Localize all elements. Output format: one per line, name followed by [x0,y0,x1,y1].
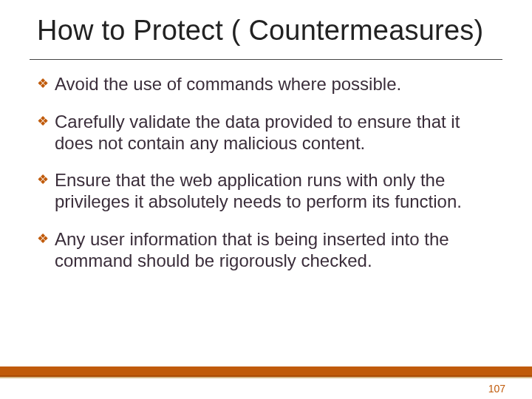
page-number: 107 [488,383,505,395]
diamond-bullet-icon: ❖ [37,77,50,90]
footer-underline [0,377,532,378]
bullet-text: Ensure that the web application runs wit… [55,170,462,211]
list-item: ❖ Avoid the use of commands where possib… [37,74,495,95]
bullet-text: Carefully validate the data provided to … [55,112,460,153]
diamond-bullet-icon: ❖ [37,173,50,186]
slide-body: ❖ Avoid the use of commands where possib… [37,74,495,288]
list-item: ❖ Any user information that is being ins… [37,229,495,272]
bullet-text: Avoid the use of commands where possible… [55,74,401,94]
slide-title: How to Protect ( Countermeasures) [37,15,510,47]
title-underline [30,59,502,60]
list-item: ❖ Carefully validate the data provided t… [37,112,495,154]
list-item: ❖ Ensure that the web application runs w… [37,170,495,213]
diamond-bullet-icon: ❖ [37,115,50,128]
diamond-bullet-icon: ❖ [37,232,50,245]
slide: How to Protect ( Countermeasures) ❖ Avoi… [0,0,532,399]
footer-accent-bar [0,366,532,377]
bullet-text: Any user information that is being inser… [55,229,449,270]
